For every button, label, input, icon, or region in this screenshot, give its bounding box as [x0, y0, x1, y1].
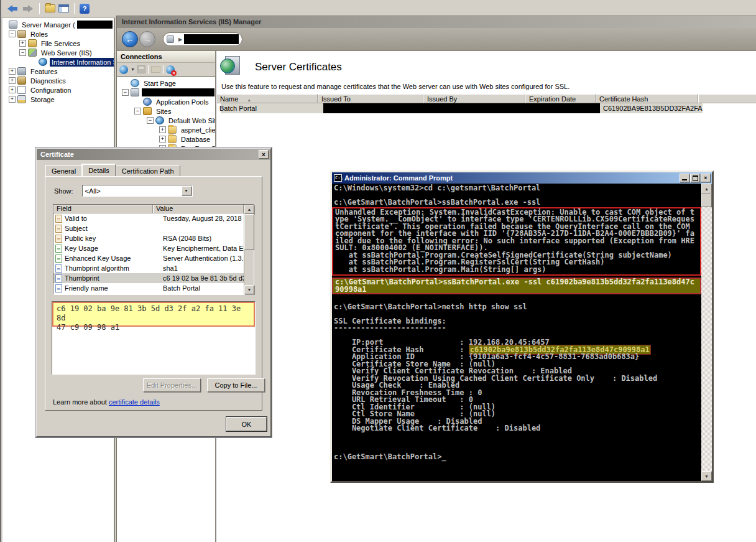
- tree-item-features[interactable]: +Features: [2, 67, 114, 76]
- cert-field-row-thumbprint-algorithm[interactable]: Thumbprint algorithmsha1: [53, 263, 244, 273]
- tree-item-roles[interactable]: −Roles: [2, 29, 114, 39]
- plus-expander-icon[interactable]: +: [159, 126, 166, 133]
- minus-expander-icon[interactable]: −: [9, 30, 16, 37]
- plus-expander-icon[interactable]: +: [159, 136, 166, 143]
- table-row[interactable]: Batch Portal C61902BA9E813B5DD32FA2FA1..…: [216, 103, 756, 113]
- plus-expander-icon[interactable]: +: [9, 96, 16, 103]
- minus-expander-icon[interactable]: −: [122, 89, 129, 96]
- cert-field-row-public-key[interactable]: Public keyRSA (2048 Bits): [53, 233, 244, 243]
- certificate-details-link[interactable]: certificate details: [109, 398, 160, 406]
- tree-item-label: File Services: [39, 39, 82, 48]
- close-icon[interactable]: ×: [259, 150, 269, 159]
- nav-back-button[interactable]: ←: [122, 31, 138, 47]
- back-icon[interactable]: [6, 4, 19, 14]
- disconnect-icon[interactable]: ×: [166, 65, 175, 74]
- console-tree-icon[interactable]: [58, 4, 69, 12]
- tree-item-web-server-iis[interactable]: −Web Server (IIS): [2, 48, 114, 57]
- cert-field-row-key-usage[interactable]: Key UsageKey Encipherment, Data Encip...: [53, 243, 244, 253]
- scroll-up-icon[interactable]: ▲: [701, 184, 712, 194]
- tree-item-database[interactable]: +Database: [117, 134, 215, 144]
- connect-icon[interactable]: [119, 65, 128, 74]
- plus-expander-icon[interactable]: +: [19, 40, 26, 47]
- column-header-issued-to[interactable]: Issued To: [318, 94, 423, 103]
- tree-item-server-manager[interactable]: Server Manager (: [2, 20, 114, 29]
- features-icon: [17, 67, 26, 75]
- scroll-down-icon[interactable]: ▼: [701, 471, 712, 481]
- tree-item-sites[interactable]: −Sites: [117, 106, 215, 116]
- tree-item-label: Sites: [154, 107, 173, 116]
- copy-to-file-button[interactable]: Copy to File...: [207, 378, 265, 392]
- chevron-down-icon[interactable]: ▼: [182, 186, 191, 195]
- tree-item-label: Diagnostics: [29, 77, 68, 85]
- plus-expander-icon[interactable]: +: [9, 68, 16, 75]
- certificates-list-header: Name▲ Issued To Issued By Expiration Dat…: [216, 94, 756, 103]
- console-line: -------------------------: [332, 325, 701, 332]
- cert-field-row-friendly-name[interactable]: Friendly nameBatch Portal: [53, 283, 244, 293]
- chevron-down-icon[interactable]: ▼: [131, 67, 135, 72]
- certificates-list: Name▲ Issued To Issued By Expiration Dat…: [216, 94, 756, 113]
- up-level-icon[interactable]: [151, 66, 160, 73]
- tree-item-storage[interactable]: +Storage: [2, 95, 114, 104]
- console-line: at ssBatchPortal.Program.Main(String[] a…: [333, 266, 699, 274]
- sites-icon: [143, 107, 152, 115]
- scrollbar-thumb[interactable]: [244, 214, 254, 250]
- help-icon[interactable]: ?: [80, 4, 90, 14]
- column-header-issued-by[interactable]: Issued By: [423, 94, 525, 103]
- tree-item-aspnet-client[interactable]: +aspnet_client: [117, 125, 215, 134]
- tree-item-diagnostics[interactable]: +Diagnostics: [2, 76, 114, 85]
- minimize-icon[interactable]: [680, 174, 689, 182]
- console-scrollbar[interactable]: ▲ ▼: [701, 184, 712, 481]
- server-manager-toolbar: ?: [1, 0, 756, 17]
- tree-item-file-services[interactable]: +File Services: [2, 39, 114, 48]
- cell-name: Batch Portal: [216, 103, 318, 113]
- folder-icon[interactable]: [45, 4, 55, 12]
- forward-icon[interactable]: [22, 4, 34, 14]
- column-header-name[interactable]: Name▲: [216, 94, 318, 103]
- cert-field-row-enhanced-key-usage[interactable]: Enhanced Key UsageServer Authentication …: [53, 253, 244, 263]
- tree-item-application-pools[interactable]: Application Pools: [117, 97, 215, 106]
- field-name: Friendly name: [65, 284, 163, 292]
- plus-expander-icon[interactable]: +: [9, 77, 16, 84]
- table-scrollbar[interactable]: ▲ ▼: [244, 205, 254, 294]
- cert-field-row-valid-to[interactable]: Valid toTuesday, August 28, 2018 8:0...: [53, 213, 244, 223]
- save-icon[interactable]: [137, 65, 145, 73]
- cert-field-row-subject[interactable]: Subject: [53, 223, 244, 233]
- field-name: Thumbprint: [65, 274, 163, 282]
- console-line: 90998a1: [333, 286, 700, 294]
- ok-button[interactable]: OK: [226, 417, 267, 431]
- tree-item-start-page[interactable]: Start Page: [117, 78, 215, 88]
- minus-expander-icon[interactable]: −: [147, 117, 154, 124]
- value-column-header[interactable]: Value: [153, 205, 244, 213]
- certificate-field-icon: [55, 274, 62, 283]
- show-dropdown[interactable]: <All> ▼: [82, 185, 193, 197]
- tab-general[interactable]: General: [45, 165, 82, 177]
- console-line: Negotiate Client Certificate : Disabled: [332, 425, 701, 432]
- close-icon[interactable]: ×: [701, 174, 711, 182]
- tree-item-internet-information-se[interactable]: Internet Information Se: [2, 57, 114, 67]
- toolbar-separator: [39, 3, 40, 14]
- maximize-icon[interactable]: [690, 174, 700, 182]
- console-line: c:\GetSmart\BatchPortal>ssBatchPortal.ex…: [332, 199, 701, 207]
- tab-certification-path[interactable]: Certification Path: [116, 165, 180, 177]
- minus-expander-icon[interactable]: −: [134, 108, 141, 114]
- tree-item-default-web-site[interactable]: −Default Web Site: [117, 116, 215, 125]
- scroll-up-icon[interactable]: ▲: [244, 205, 254, 214]
- address-bar[interactable]: ▶: [163, 32, 242, 46]
- scroll-down-icon[interactable]: ▼: [244, 285, 254, 294]
- column-header-certificate-hash[interactable]: Certificate Hash: [596, 94, 698, 103]
- minus-expander-icon[interactable]: −: [19, 49, 26, 56]
- tree-item-redacted[interactable]: −: [117, 88, 215, 97]
- nav-forward-button[interactable]: →: [139, 31, 155, 47]
- tree-item-configuration[interactable]: +Configuration: [2, 85, 114, 95]
- iis-navigation-bar: ← → ▶: [117, 28, 756, 51]
- cert-field-row-thumbprint[interactable]: Thumbprintc6 19 02 ba 9e 81 3b 5d d3 2f …: [53, 273, 244, 283]
- scrollbar-thumb[interactable]: [701, 194, 712, 207]
- cmd-title-bar[interactable]: C:\ Administrator: Command Prompt ×: [332, 172, 712, 184]
- tab-details[interactable]: Details: [82, 164, 116, 177]
- column-header-expiration-date[interactable]: Expiration Date: [525, 94, 596, 103]
- tree-item-label: Web Server (IIS): [39, 49, 94, 57]
- folder-icon: [168, 135, 177, 143]
- field-column-header[interactable]: Field: [53, 205, 153, 213]
- plus-expander-icon[interactable]: +: [9, 86, 16, 93]
- tree-item-label: Default Web Site: [167, 116, 215, 125]
